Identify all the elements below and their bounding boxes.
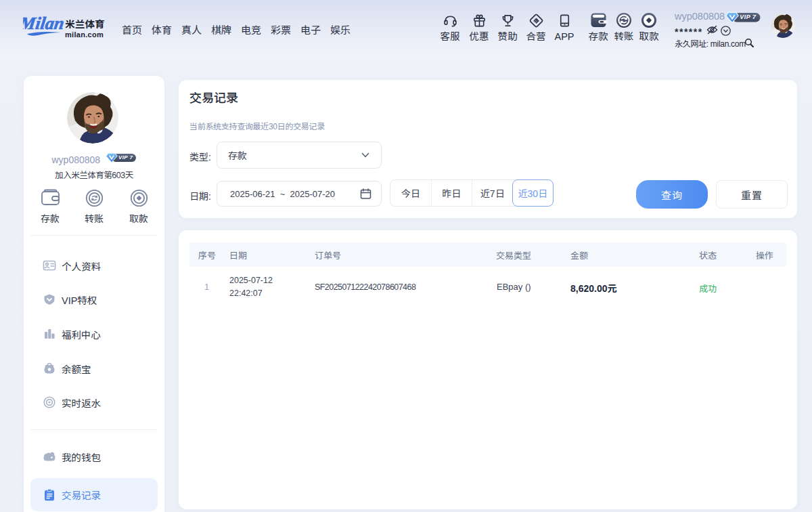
svg-text:Milan: Milan xyxy=(23,14,65,33)
